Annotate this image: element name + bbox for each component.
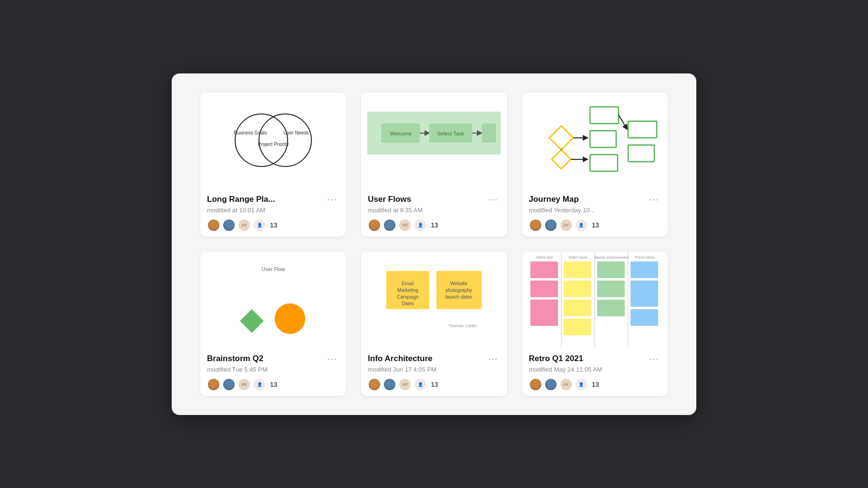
avatar-ay: AY bbox=[559, 218, 573, 232]
card-info: User Flows ··· modified at 9:35 AM AY 👤 … bbox=[361, 188, 506, 237]
svg-rect-16 bbox=[628, 121, 657, 138]
card-users: AY 👤 13 bbox=[368, 378, 500, 391]
more-button[interactable]: ··· bbox=[486, 195, 500, 205]
thumb-journey bbox=[522, 93, 668, 188]
card-users: AY 👤 13 bbox=[529, 378, 661, 391]
svg-text:Marketing: Marketing bbox=[397, 288, 418, 293]
count-badge: 13 bbox=[270, 381, 278, 388]
svg-rect-54 bbox=[597, 300, 625, 316]
card-modified: modified May 24 11:05 AM bbox=[529, 366, 661, 373]
svg-rect-55 bbox=[630, 261, 658, 278]
card-retro-q1[interactable]: Went well Didn't work Needs Improvement … bbox=[522, 252, 668, 396]
thumb-info-arch: Email Marketing Campaign Dates Website p… bbox=[361, 252, 506, 347]
card-title: User Flows bbox=[368, 195, 411, 204]
svg-text:Needs Improvement: Needs Improvement bbox=[594, 255, 629, 260]
count-badge: 13 bbox=[431, 221, 438, 229]
avatar-ay: AY bbox=[398, 378, 412, 391]
svg-rect-49 bbox=[564, 280, 591, 297]
card-users: AY 👤 13 bbox=[207, 378, 339, 391]
svg-text:Campaign: Campaign bbox=[397, 294, 419, 300]
card-long-range-plan[interactable]: Business Goals User Needs Project Priori… bbox=[200, 93, 346, 237]
avatar-1 bbox=[529, 378, 542, 391]
svg-rect-47 bbox=[530, 300, 558, 326]
card-info: Journey Map ··· modified Yesterday 10...… bbox=[522, 188, 668, 237]
card-brainstorm-q2[interactable]: User Flow Brainstorm Q2 ··· modified Tue… bbox=[200, 252, 346, 396]
card-title: Journey Map bbox=[529, 195, 579, 204]
more-button[interactable]: ··· bbox=[486, 354, 500, 364]
svg-marker-19 bbox=[552, 150, 571, 169]
card-info-architecture[interactable]: Email Marketing Campaign Dates Website p… bbox=[361, 252, 506, 396]
card-modified: modified Yesterday 10... bbox=[529, 207, 661, 214]
svg-rect-48 bbox=[564, 261, 591, 278]
card-journey-map[interactable]: Journey Map ··· modified Yesterday 10...… bbox=[522, 93, 668, 237]
svg-rect-51 bbox=[564, 319, 591, 335]
card-users: AY 👤 13 bbox=[368, 218, 500, 232]
count-badge: 13 bbox=[270, 221, 278, 229]
svg-rect-57 bbox=[630, 309, 658, 326]
thumb-flows: Welcome Select Task bbox=[361, 93, 506, 188]
thumb-venn: Business Goals User Needs Project Priori… bbox=[200, 93, 346, 188]
avatar-ghost: 👤 bbox=[413, 218, 427, 232]
svg-rect-56 bbox=[630, 280, 658, 307]
svg-point-0 bbox=[235, 114, 288, 166]
svg-rect-13 bbox=[590, 107, 619, 124]
avatar-2 bbox=[383, 378, 396, 391]
more-button[interactable]: ··· bbox=[325, 354, 339, 364]
card-user-flows[interactable]: Welcome Select Task bbox=[361, 93, 506, 237]
thumb-retro: Went well Didn't work Needs Improvement … bbox=[522, 252, 668, 347]
app-container: Business Goals User Needs Project Priori… bbox=[172, 73, 696, 415]
more-button[interactable]: ··· bbox=[325, 195, 339, 205]
svg-rect-12 bbox=[482, 124, 496, 143]
card-info: Retro Q1 2021 ··· modified May 24 11:05 … bbox=[522, 347, 668, 396]
svg-rect-50 bbox=[564, 300, 591, 316]
card-modified: modified Tue 5:45 PM bbox=[207, 366, 339, 373]
avatar-2 bbox=[222, 378, 236, 391]
svg-rect-15 bbox=[590, 155, 618, 171]
avatar-2 bbox=[544, 378, 558, 391]
svg-point-26 bbox=[275, 303, 305, 334]
svg-text:launch dates: launch dates bbox=[445, 294, 473, 300]
more-button[interactable]: ··· bbox=[647, 195, 661, 205]
card-info: Long Range Pla... ··· modified at 10:01 … bbox=[200, 188, 346, 237]
avatar-2 bbox=[544, 218, 558, 232]
svg-text:Website: Website bbox=[450, 281, 467, 286]
avatar-ay: AY bbox=[398, 218, 412, 232]
card-users: AY 👤 13 bbox=[529, 218, 661, 232]
svg-text:Project Priority: Project Priority bbox=[258, 142, 289, 147]
more-button[interactable]: ··· bbox=[647, 354, 661, 364]
card-title: Long Range Pla... bbox=[207, 195, 275, 204]
count-badge: 13 bbox=[592, 221, 599, 229]
avatar-ghost: 👤 bbox=[253, 378, 266, 391]
svg-rect-17 bbox=[628, 145, 654, 162]
avatar-ghost: 👤 bbox=[575, 218, 588, 232]
avatar-2 bbox=[222, 218, 236, 232]
svg-rect-46 bbox=[530, 280, 558, 297]
svg-marker-18 bbox=[549, 126, 573, 150]
card-modified: modified at 9:35 AM bbox=[368, 207, 500, 214]
card-users: AY 👤 13 bbox=[207, 218, 339, 232]
svg-point-1 bbox=[259, 114, 311, 166]
avatar-1 bbox=[368, 218, 381, 232]
svg-line-22 bbox=[619, 115, 627, 129]
svg-text:User Needs: User Needs bbox=[283, 130, 309, 135]
avatar-ay: AY bbox=[238, 378, 251, 391]
avatar-1 bbox=[368, 378, 381, 391]
avatar-2 bbox=[383, 218, 396, 232]
card-title: Retro Q1 2021 bbox=[529, 354, 583, 363]
svg-text:Fresh Ideas: Fresh Ideas bbox=[635, 255, 655, 260]
svg-rect-45 bbox=[530, 261, 558, 278]
avatar-ay: AY bbox=[238, 218, 251, 232]
svg-text:Email: Email bbox=[402, 281, 413, 286]
avatar-ghost: 👤 bbox=[575, 378, 588, 391]
avatar-ay: AY bbox=[559, 378, 573, 391]
svg-rect-53 bbox=[597, 280, 625, 297]
count-badge: 13 bbox=[431, 381, 438, 388]
card-modified: modified at 10:01 AM bbox=[207, 207, 339, 214]
svg-text:Select Task: Select Task bbox=[437, 131, 465, 136]
thumb-brainstorm: User Flow bbox=[200, 252, 346, 347]
avatar-1 bbox=[529, 218, 542, 232]
card-info: Info Architecture ··· modified Jun 17 4:… bbox=[361, 347, 506, 396]
svg-text:Welcome: Welcome bbox=[390, 131, 412, 136]
card-info: Brainstorm Q2 ··· modified Tue 5:45 PM A… bbox=[200, 347, 346, 396]
svg-text:Dates: Dates bbox=[402, 301, 414, 306]
